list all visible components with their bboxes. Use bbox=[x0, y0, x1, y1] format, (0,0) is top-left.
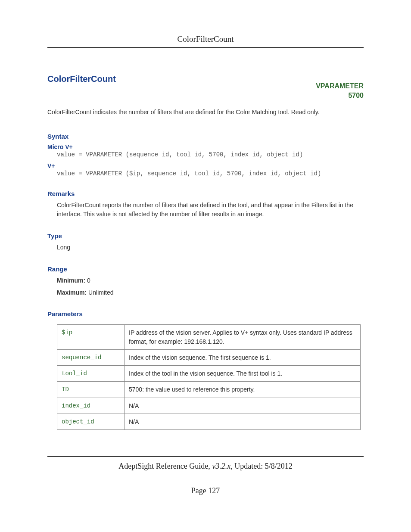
page-number: Page 127 bbox=[47, 486, 364, 495]
param-desc: 5700: the value used to reference this p… bbox=[125, 382, 361, 398]
parameters-heading: Parameters bbox=[47, 310, 364, 317]
param-name: $ip bbox=[57, 325, 125, 350]
remarks-heading: Remarks bbox=[47, 190, 364, 197]
table-row: sequence_id Index of the vision sequence… bbox=[57, 349, 361, 365]
range-minimum: Minimum: 0 bbox=[57, 276, 364, 286]
running-header: ColorFilterCount bbox=[47, 34, 364, 44]
param-desc: N/A bbox=[125, 398, 361, 414]
range-heading: Range bbox=[47, 265, 364, 273]
table-row: $ip IP address of the vision server. App… bbox=[57, 325, 361, 350]
range-min-label: Minimum: bbox=[57, 277, 85, 284]
vparameter-label: VPARAMETER bbox=[316, 82, 364, 90]
type-value: Long bbox=[57, 243, 364, 252]
type-heading: Type bbox=[47, 232, 364, 240]
header-rule bbox=[47, 47, 364, 48]
table-row: ID 5700: the value used to reference thi… bbox=[57, 382, 361, 398]
param-name: index_id bbox=[57, 398, 125, 414]
param-desc: IP address of the vision server. Applies… bbox=[125, 325, 361, 350]
footer-line: AdeptSight Reference Guide, v3.2.x, Upda… bbox=[47, 462, 364, 471]
syntax-micro-label: Micro V+ bbox=[47, 143, 364, 150]
range-min-value: 0 bbox=[85, 277, 90, 284]
range-maximum: Maximum: Unlimited bbox=[57, 288, 364, 298]
param-desc: N/A bbox=[125, 414, 361, 430]
syntax-vplus-code: value = VPARAMETER ($ip, sequence_id, to… bbox=[57, 170, 364, 177]
syntax-vplus-label: V+ bbox=[47, 162, 364, 169]
footer-version: , v3.2.x bbox=[208, 462, 230, 470]
vparameter-badge: VPARAMETER 5700 bbox=[47, 81, 364, 101]
syntax-micro-code: value = VPARAMETER (sequence_id, tool_id… bbox=[57, 151, 364, 158]
param-name: ID bbox=[57, 382, 125, 398]
table-row: object_id N/A bbox=[57, 414, 361, 430]
parameters-table: $ip IP address of the vision server. App… bbox=[57, 324, 361, 430]
param-name: object_id bbox=[57, 414, 125, 430]
table-row: tool_id Index of the tool in the vision … bbox=[57, 366, 361, 382]
footer-rule bbox=[47, 456, 364, 457]
table-row: index_id N/A bbox=[57, 398, 361, 414]
footer-updated: , Updated: 5/8/2012 bbox=[230, 462, 292, 470]
vparameter-code: 5700 bbox=[348, 92, 364, 99]
param-desc: Index of the tool in the vision sequence… bbox=[125, 366, 361, 382]
syntax-heading: Syntax bbox=[47, 133, 364, 140]
param-name: sequence_id bbox=[57, 349, 125, 365]
remarks-text: ColorFilterCount reports the number of f… bbox=[57, 201, 364, 219]
intro-text: ColorFilterCount indicates the number of… bbox=[47, 109, 364, 115]
range-max-label: Maximum: bbox=[57, 289, 87, 296]
param-desc: Index of the vision sequence. The first … bbox=[125, 349, 361, 365]
footer-guide: AdeptSight Reference Guide bbox=[118, 462, 208, 470]
range-max-value: Unlimited bbox=[87, 289, 113, 296]
param-name: tool_id bbox=[57, 366, 125, 382]
document-page: ColorFilterCount ColorFilterCount VPARAM… bbox=[0, 0, 411, 532]
